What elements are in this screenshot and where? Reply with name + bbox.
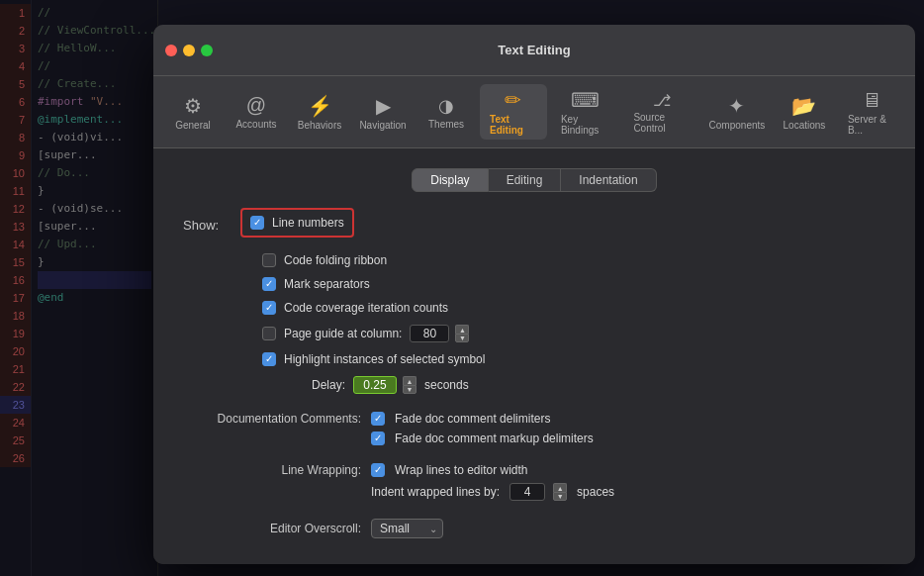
behaviors-icon: ⚡ [308,94,332,118]
page-guide-label: Page guide at column: [284,327,402,340]
page-guide-checkbox[interactable] [262,327,276,340]
toolbar-item-themes[interactable]: ◑ Themes [416,91,476,134]
toolbar-item-components[interactable]: ✦ Components [703,90,771,135]
wrap-lines-row: Line Wrapping: Wrap lines to editor widt… [183,463,885,477]
traffic-lights [165,45,213,56]
delay-label: Delay: [312,378,345,392]
tab-display[interactable]: Display [412,168,488,192]
overscroll-dropdown-wrapper: Small Medium Large None [371,519,443,538]
segmented-control: Display Editing Indentation [183,168,885,192]
code-coverage-checkbox[interactable] [262,301,276,315]
source-control-icon: ⎇ [653,91,671,110]
fade-doc-delimiters-checkbox[interactable] [371,412,385,426]
show-label: Show: [183,218,232,233]
minimize-button[interactable] [183,45,195,56]
editor-overscroll-section: Editor Overscroll: Small Medium Large No… [183,519,885,544]
toolbar-item-locations[interactable]: 📂 Locations [775,90,834,135]
indent-wrapped-row: Indent wrapped lines by: ▲ ▼ spaces [183,483,885,501]
highlight-instances-checkbox[interactable] [262,352,276,366]
code-folding-label: Code folding ribbon [284,253,387,267]
locations-icon: 📂 [791,94,816,118]
toolbar-item-server[interactable]: 🖥 Server & B... [838,85,905,140]
page-guide-input[interactable] [410,325,449,342]
server-icon: 🖥 [862,89,881,112]
navigation-icon: ▶ [376,94,391,118]
line-wrapping-section: Line Wrapping: Wrap lines to editor widt… [183,463,885,507]
mark-separators-checkbox[interactable] [262,277,276,291]
spaces-label: spaces [577,485,614,499]
toolbar-item-accounts[interactable]: @ Accounts [227,90,286,134]
page-guide-stepper[interactable]: ▲ ▼ [455,325,469,342]
code-coverage-row: Code coverage iteration counts [183,299,885,317]
delay-row: Delay: ▲ ▼ seconds [183,374,885,396]
fade-doc-delimiters-label: Fade doc comment delimiters [395,412,550,426]
delay-stepper[interactable]: ▲ ▼ [403,376,416,394]
editor-overscroll-label: Editor Overscroll: [183,522,361,535]
tab-indentation[interactable]: Indentation [561,168,656,192]
line-wrapping-label: Line Wrapping: [183,463,361,477]
delay-stepper-up[interactable]: ▲ [403,376,416,385]
indent-wrapped-stepper[interactable]: ▲ ▼ [553,483,567,501]
display-settings: Show: Line numbers Code folding ribbon M… [183,208,885,544]
delay-stepper-down[interactable]: ▼ [403,385,416,394]
maximize-button[interactable] [201,45,213,56]
preferences-window: Text Editing ⚙ General @ Accounts ⚡ Beha… [153,25,915,564]
code-coverage-label: Code coverage iteration counts [284,301,448,315]
fade-doc-markup-checkbox[interactable] [371,432,385,445]
fade-doc-markup-label: Fade doc comment markup delimiters [395,432,594,445]
wrap-lines-checkbox[interactable] [371,463,385,477]
show-line-numbers-row: Line numbers [240,208,354,238]
mark-separators-row: Mark separators [183,275,885,293]
code-folding-checkbox[interactable] [262,253,276,267]
toolbar-item-general[interactable]: ⚙ General [163,90,223,135]
toolbar-item-navigation[interactable]: ▶ Navigation [353,90,413,135]
close-button[interactable] [165,45,177,56]
highlight-instances-row: Highlight instances of selected symbol [183,350,885,368]
indent-stepper-up[interactable]: ▲ [553,483,567,492]
stepper-down[interactable]: ▼ [455,334,469,342]
toolbar-item-source-control[interactable]: ⎇ Source Control [623,87,699,138]
highlight-instances-label: Highlight instances of selected symbol [284,352,485,366]
fade-doc-delimiters-row: Documentation Comments: Fade doc comment… [183,412,885,426]
toolbar-item-behaviors[interactable]: ⚡ Behaviors [290,90,349,135]
tab-editing[interactable]: Editing [489,168,562,192]
gear-icon: ⚙ [184,94,202,118]
delay-input[interactable] [353,376,397,394]
components-icon: ✦ [728,94,745,118]
editor-overscroll-row: Editor Overscroll: Small Medium Large No… [183,519,885,538]
indent-stepper-down[interactable]: ▼ [553,492,567,501]
overscroll-dropdown[interactable]: Small Medium Large None [371,519,443,538]
doc-comments-section-label: Documentation Comments: [183,412,361,426]
content-area: Display Editing Indentation Show: Line n… [153,148,915,564]
fade-doc-markup-row: Fade doc comment markup delimiters [183,432,885,445]
toolbar: ⚙ General @ Accounts ⚡ Behaviors ▶ Navig… [153,76,915,148]
toolbar-item-key-bindings[interactable]: ⌨ Key Bindings [551,84,619,140]
at-icon: @ [246,94,266,117]
indent-wrapped-label: Indent wrapped lines by: [371,485,500,499]
toolbar-item-text-editing[interactable]: ✏ Text Editing [480,84,547,140]
stepper-up[interactable]: ▲ [455,325,469,334]
code-folding-row: Code folding ribbon [183,251,885,269]
seconds-label: seconds [424,378,469,392]
title-bar: Text Editing [153,25,915,76]
line-numbers-label: Line numbers [272,216,344,230]
text-editing-icon: ✏ [505,88,521,112]
page-guide-row: Page guide at column: ▲ ▼ [183,323,885,344]
key-bindings-icon: ⌨ [571,88,600,112]
window-title: Text Editing [498,43,570,57]
indent-wrapped-input[interactable] [509,483,545,501]
mark-separators-label: Mark separators [284,277,370,291]
doc-comments-section: Documentation Comments: Fade doc comment… [183,412,885,451]
line-numbers-checkbox[interactable] [250,216,264,230]
themes-icon: ◑ [438,95,454,117]
wrap-lines-label: Wrap lines to editor width [395,463,528,477]
